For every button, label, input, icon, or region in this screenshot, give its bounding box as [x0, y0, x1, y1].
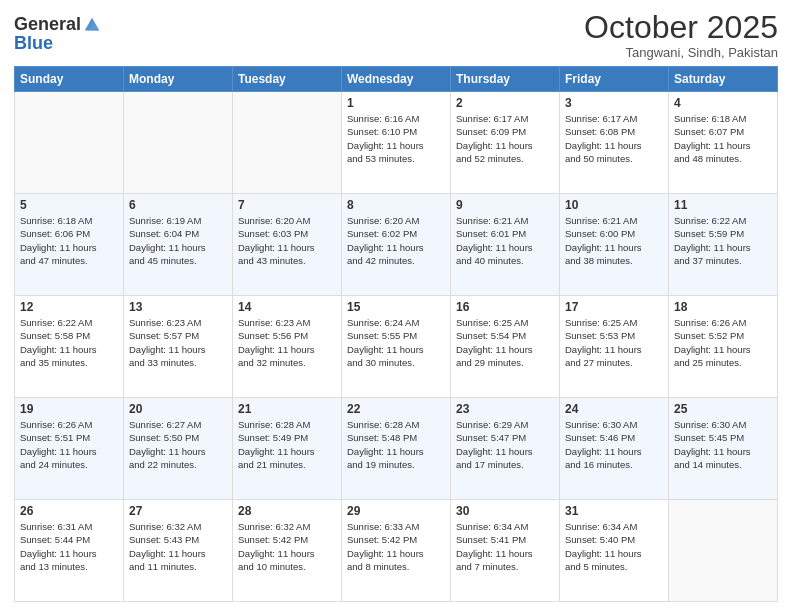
header-saturday: Saturday	[669, 67, 778, 92]
day-info: Sunrise: 6:33 AM Sunset: 5:42 PM Dayligh…	[347, 520, 445, 573]
table-row: 19Sunrise: 6:26 AM Sunset: 5:51 PM Dayli…	[15, 398, 124, 500]
day-number: 24	[565, 402, 663, 416]
logo-general-text: General	[14, 15, 81, 33]
day-info: Sunrise: 6:22 AM Sunset: 5:59 PM Dayligh…	[674, 214, 772, 267]
day-info: Sunrise: 6:31 AM Sunset: 5:44 PM Dayligh…	[20, 520, 118, 573]
day-number: 18	[674, 300, 772, 314]
day-number: 15	[347, 300, 445, 314]
day-info: Sunrise: 6:18 AM Sunset: 6:07 PM Dayligh…	[674, 112, 772, 165]
day-info: Sunrise: 6:34 AM Sunset: 5:41 PM Dayligh…	[456, 520, 554, 573]
table-row: 6Sunrise: 6:19 AM Sunset: 6:04 PM Daylig…	[124, 194, 233, 296]
day-info: Sunrise: 6:30 AM Sunset: 5:46 PM Dayligh…	[565, 418, 663, 471]
day-number: 31	[565, 504, 663, 518]
day-number: 7	[238, 198, 336, 212]
day-number: 20	[129, 402, 227, 416]
header-sunday: Sunday	[15, 67, 124, 92]
day-number: 11	[674, 198, 772, 212]
day-number: 12	[20, 300, 118, 314]
logo: General Blue	[14, 14, 101, 52]
table-row: 10Sunrise: 6:21 AM Sunset: 6:00 PM Dayli…	[560, 194, 669, 296]
day-info: Sunrise: 6:23 AM Sunset: 5:57 PM Dayligh…	[129, 316, 227, 369]
table-row: 16Sunrise: 6:25 AM Sunset: 5:54 PM Dayli…	[451, 296, 560, 398]
day-info: Sunrise: 6:25 AM Sunset: 5:53 PM Dayligh…	[565, 316, 663, 369]
day-number: 16	[456, 300, 554, 314]
logo-icon	[83, 16, 101, 34]
day-info: Sunrise: 6:26 AM Sunset: 5:52 PM Dayligh…	[674, 316, 772, 369]
table-row	[669, 500, 778, 602]
day-info: Sunrise: 6:17 AM Sunset: 6:09 PM Dayligh…	[456, 112, 554, 165]
day-info: Sunrise: 6:34 AM Sunset: 5:40 PM Dayligh…	[565, 520, 663, 573]
header-friday: Friday	[560, 67, 669, 92]
day-number: 17	[565, 300, 663, 314]
calendar-week-row: 5Sunrise: 6:18 AM Sunset: 6:06 PM Daylig…	[15, 194, 778, 296]
day-info: Sunrise: 6:25 AM Sunset: 5:54 PM Dayligh…	[456, 316, 554, 369]
day-info: Sunrise: 6:30 AM Sunset: 5:45 PM Dayligh…	[674, 418, 772, 471]
header-wednesday: Wednesday	[342, 67, 451, 92]
table-row	[233, 92, 342, 194]
calendar-header-row: Sunday Monday Tuesday Wednesday Thursday…	[15, 67, 778, 92]
table-row: 13Sunrise: 6:23 AM Sunset: 5:57 PM Dayli…	[124, 296, 233, 398]
table-row	[15, 92, 124, 194]
table-row: 3Sunrise: 6:17 AM Sunset: 6:08 PM Daylig…	[560, 92, 669, 194]
table-row: 23Sunrise: 6:29 AM Sunset: 5:47 PM Dayli…	[451, 398, 560, 500]
day-number: 10	[565, 198, 663, 212]
table-row: 25Sunrise: 6:30 AM Sunset: 5:45 PM Dayli…	[669, 398, 778, 500]
day-number: 27	[129, 504, 227, 518]
logo-blue-text: Blue	[14, 34, 101, 52]
day-info: Sunrise: 6:20 AM Sunset: 6:02 PM Dayligh…	[347, 214, 445, 267]
table-row: 8Sunrise: 6:20 AM Sunset: 6:02 PM Daylig…	[342, 194, 451, 296]
day-info: Sunrise: 6:32 AM Sunset: 5:42 PM Dayligh…	[238, 520, 336, 573]
day-number: 4	[674, 96, 772, 110]
day-info: Sunrise: 6:23 AM Sunset: 5:56 PM Dayligh…	[238, 316, 336, 369]
table-row: 1Sunrise: 6:16 AM Sunset: 6:10 PM Daylig…	[342, 92, 451, 194]
day-info: Sunrise: 6:18 AM Sunset: 6:06 PM Dayligh…	[20, 214, 118, 267]
calendar-week-row: 1Sunrise: 6:16 AM Sunset: 6:10 PM Daylig…	[15, 92, 778, 194]
page: General Blue October 2025 Tangwani, Sind…	[0, 0, 792, 612]
header-monday: Monday	[124, 67, 233, 92]
day-number: 26	[20, 504, 118, 518]
table-row: 14Sunrise: 6:23 AM Sunset: 5:56 PM Dayli…	[233, 296, 342, 398]
day-number: 25	[674, 402, 772, 416]
day-info: Sunrise: 6:26 AM Sunset: 5:51 PM Dayligh…	[20, 418, 118, 471]
day-info: Sunrise: 6:19 AM Sunset: 6:04 PM Dayligh…	[129, 214, 227, 267]
header-thursday: Thursday	[451, 67, 560, 92]
day-info: Sunrise: 6:20 AM Sunset: 6:03 PM Dayligh…	[238, 214, 336, 267]
header: General Blue October 2025 Tangwani, Sind…	[14, 10, 778, 60]
table-row: 4Sunrise: 6:18 AM Sunset: 6:07 PM Daylig…	[669, 92, 778, 194]
table-row: 15Sunrise: 6:24 AM Sunset: 5:55 PM Dayli…	[342, 296, 451, 398]
table-row: 29Sunrise: 6:33 AM Sunset: 5:42 PM Dayli…	[342, 500, 451, 602]
title-section: October 2025 Tangwani, Sindh, Pakistan	[584, 10, 778, 60]
table-row: 22Sunrise: 6:28 AM Sunset: 5:48 PM Dayli…	[342, 398, 451, 500]
table-row: 5Sunrise: 6:18 AM Sunset: 6:06 PM Daylig…	[15, 194, 124, 296]
day-number: 6	[129, 198, 227, 212]
day-info: Sunrise: 6:17 AM Sunset: 6:08 PM Dayligh…	[565, 112, 663, 165]
table-row: 12Sunrise: 6:22 AM Sunset: 5:58 PM Dayli…	[15, 296, 124, 398]
day-number: 5	[20, 198, 118, 212]
table-row: 27Sunrise: 6:32 AM Sunset: 5:43 PM Dayli…	[124, 500, 233, 602]
table-row: 7Sunrise: 6:20 AM Sunset: 6:03 PM Daylig…	[233, 194, 342, 296]
day-info: Sunrise: 6:28 AM Sunset: 5:49 PM Dayligh…	[238, 418, 336, 471]
location-text: Tangwani, Sindh, Pakistan	[584, 45, 778, 60]
day-number: 8	[347, 198, 445, 212]
day-info: Sunrise: 6:29 AM Sunset: 5:47 PM Dayligh…	[456, 418, 554, 471]
day-info: Sunrise: 6:24 AM Sunset: 5:55 PM Dayligh…	[347, 316, 445, 369]
table-row: 17Sunrise: 6:25 AM Sunset: 5:53 PM Dayli…	[560, 296, 669, 398]
day-info: Sunrise: 6:22 AM Sunset: 5:58 PM Dayligh…	[20, 316, 118, 369]
table-row: 26Sunrise: 6:31 AM Sunset: 5:44 PM Dayli…	[15, 500, 124, 602]
day-number: 13	[129, 300, 227, 314]
table-row: 11Sunrise: 6:22 AM Sunset: 5:59 PM Dayli…	[669, 194, 778, 296]
day-info: Sunrise: 6:32 AM Sunset: 5:43 PM Dayligh…	[129, 520, 227, 573]
table-row: 21Sunrise: 6:28 AM Sunset: 5:49 PM Dayli…	[233, 398, 342, 500]
day-number: 23	[456, 402, 554, 416]
header-tuesday: Tuesday	[233, 67, 342, 92]
day-number: 21	[238, 402, 336, 416]
day-number: 9	[456, 198, 554, 212]
table-row: 30Sunrise: 6:34 AM Sunset: 5:41 PM Dayli…	[451, 500, 560, 602]
day-info: Sunrise: 6:16 AM Sunset: 6:10 PM Dayligh…	[347, 112, 445, 165]
day-number: 1	[347, 96, 445, 110]
day-number: 22	[347, 402, 445, 416]
day-number: 30	[456, 504, 554, 518]
day-number: 3	[565, 96, 663, 110]
day-info: Sunrise: 6:21 AM Sunset: 6:01 PM Dayligh…	[456, 214, 554, 267]
table-row	[124, 92, 233, 194]
